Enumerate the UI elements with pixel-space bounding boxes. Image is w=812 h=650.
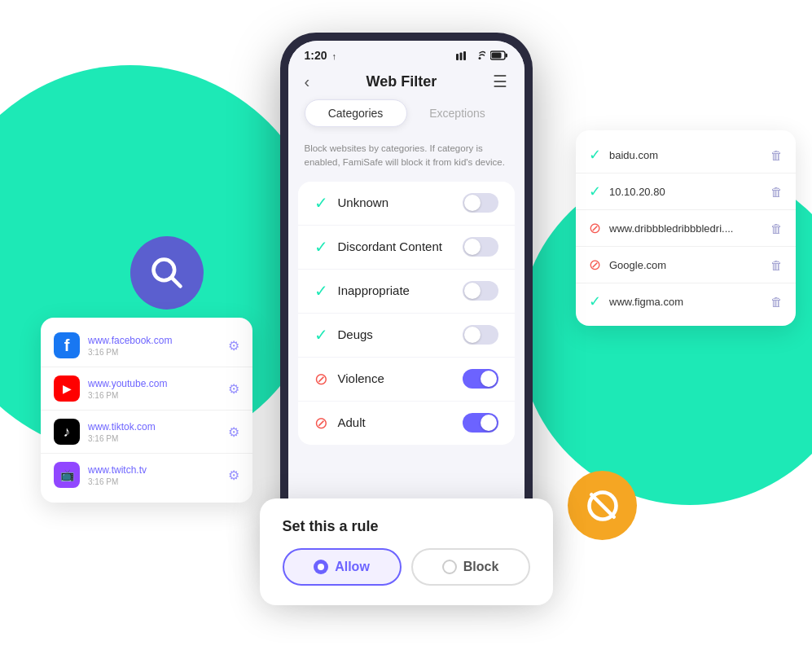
block-label: Block	[463, 560, 499, 574]
category-ok-icon: ✓	[314, 193, 328, 213]
svg-rect-10	[491, 53, 501, 59]
category-row-adult: ⊘ Adult	[298, 401, 515, 444]
status-time: 1:20 ↑	[305, 49, 336, 62]
domain-text: Google.com	[609, 259, 762, 271]
nav-bar: ‹ Web Filter ☰	[288, 65, 525, 99]
rule-popup: Set this a rule Allow Block	[260, 498, 553, 605]
site-time: 3:16 PM	[88, 348, 220, 357]
block-button[interactable]: Block	[411, 548, 530, 586]
category-toggle-adult[interactable]	[463, 413, 498, 433]
category-toggle-violence[interactable]	[463, 369, 498, 389]
site-time: 3:16 PM	[88, 391, 220, 400]
category-toggle-inappropriate[interactable]	[463, 281, 498, 301]
list-item: ✓ www.figma.com 🗑	[576, 283, 796, 319]
delete-icon[interactable]: 🗑	[770, 222, 783, 235]
domain-text: baidu.com	[609, 149, 762, 161]
facebook-icon: f	[54, 332, 80, 358]
search-icon-circle	[130, 236, 204, 310]
allow-label: Allow	[335, 560, 370, 574]
list-item: f www.facebook.com 3:16 PM ⚙	[41, 324, 252, 367]
svg-rect-4	[456, 54, 459, 60]
page-title: Web Filter	[366, 73, 437, 90]
allow-radio	[314, 560, 328, 574]
domain-text: 10.10.20.80	[609, 186, 762, 198]
category-label: Adult	[338, 415, 453, 429]
tiktok-icon: ♪	[54, 419, 80, 445]
browser-history-card: f www.facebook.com 3:16 PM ⚙ ▶ www.youtu…	[41, 318, 252, 503]
site-time: 3:16 PM	[88, 477, 220, 486]
delete-icon[interactable]: 🗑	[770, 295, 783, 309]
category-row-inappropriate: ✓ Inappropriate	[298, 269, 515, 312]
twitch-icon: 📺	[54, 462, 80, 488]
back-button[interactable]: ‹	[305, 72, 310, 91]
allow-icon: ✓	[589, 292, 601, 310]
category-block-icon: ⊘	[314, 369, 328, 389]
block-icon: ⊘	[589, 256, 601, 274]
menu-button[interactable]: ☰	[493, 72, 507, 91]
block-icon-circle	[568, 471, 637, 540]
category-row-discordant: ✓ Discordant Content	[298, 225, 515, 268]
svg-rect-5	[459, 53, 462, 61]
category-row-violence: ⊘ Violence	[298, 357, 515, 400]
delete-icon[interactable]: 🗑	[770, 185, 783, 199]
phone-content: Block websites by categories. If categor…	[288, 137, 525, 554]
svg-line-3	[591, 494, 614, 517]
phone-mockup: 1:20 ↑ ‹ Web Filter ☰ Categories Excepti…	[280, 33, 533, 562]
category-toggle-discordant[interactable]	[463, 237, 498, 257]
category-ok-icon: ✓	[314, 325, 328, 345]
list-item: ✓ 10.10.20.80 🗑	[576, 173, 796, 209]
settings-icon[interactable]: ⚙	[228, 338, 239, 354]
tab-row: Categories Exceptions	[288, 99, 525, 137]
popup-buttons: Allow Block	[283, 548, 530, 586]
settings-icon[interactable]: ⚙	[228, 424, 239, 440]
settings-icon[interactable]: ⚙	[228, 381, 239, 397]
site-url: www.tiktok.com	[88, 421, 220, 433]
exceptions-card: ✓ baidu.com 🗑 ✓ 10.10.20.80 🗑 ⊘ www.drib…	[576, 130, 796, 326]
category-block-icon: ⊘	[314, 413, 328, 433]
block-radio	[442, 560, 457, 574]
category-toggle-unknown[interactable]	[463, 193, 498, 213]
site-url: www.facebook.com	[88, 335, 220, 346]
list-item: ♪ www.tiktok.com 3:16 PM ⚙	[41, 410, 252, 453]
allow-icon: ✓	[589, 182, 601, 200]
svg-rect-9	[505, 54, 507, 58]
filter-description: Block websites by categories. If categor…	[288, 137, 525, 182]
category-label: Deugs	[338, 327, 453, 341]
delete-icon[interactable]: 🗑	[770, 148, 783, 162]
delete-icon[interactable]: 🗑	[770, 258, 783, 272]
list-item: ▶ www.youtube.com 3:16 PM ⚙	[41, 367, 252, 410]
site-url: www.twitch.tv	[88, 464, 220, 476]
popup-title: Set this a rule	[283, 518, 530, 535]
status-bar: 1:20 ↑	[288, 41, 525, 65]
category-label: Discordant Content	[338, 239, 453, 253]
categories-list: ✓ Unknown ✓ Discordant Content ✓ Inappro…	[298, 182, 515, 445]
tab-exceptions[interactable]: Exceptions	[407, 99, 508, 127]
svg-line-1	[172, 278, 180, 286]
settings-icon[interactable]: ⚙	[228, 468, 239, 483]
youtube-icon: ▶	[54, 376, 80, 402]
site-time: 3:16 PM	[88, 434, 220, 443]
block-icon: ⊘	[589, 219, 601, 237]
category-toggle-deugs[interactable]	[463, 325, 498, 345]
list-item: 📺 www.twitch.tv 3:16 PM ⚙	[41, 453, 252, 496]
allow-icon: ✓	[589, 146, 601, 164]
category-label: Inappropriate	[338, 283, 453, 297]
site-url: www.youtube.com	[88, 378, 220, 389]
category-label: Violence	[338, 371, 453, 385]
list-item: ✓ baidu.com 🗑	[576, 137, 796, 173]
category-row-unknown: ✓ Unknown	[298, 182, 515, 224]
category-label: Unknown	[338, 195, 453, 209]
tab-categories[interactable]: Categories	[305, 99, 407, 127]
status-icons	[456, 51, 508, 60]
phone-frame: 1:20 ↑ ‹ Web Filter ☰ Categories Excepti…	[280, 33, 533, 562]
category-ok-icon: ✓	[314, 281, 328, 301]
list-item: ⊘ www.dribbbledribbbledri.... 🗑	[576, 209, 796, 246]
phone-screen: 1:20 ↑ ‹ Web Filter ☰ Categories Excepti…	[288, 41, 525, 554]
domain-text: www.dribbbledribbbledri....	[609, 222, 762, 235]
svg-point-7	[478, 57, 481, 59]
list-item: ⊘ Google.com 🗑	[576, 246, 796, 283]
allow-button[interactable]: Allow	[283, 548, 402, 586]
svg-rect-6	[463, 51, 466, 60]
domain-text: www.figma.com	[609, 296, 762, 308]
category-ok-icon: ✓	[314, 237, 328, 257]
